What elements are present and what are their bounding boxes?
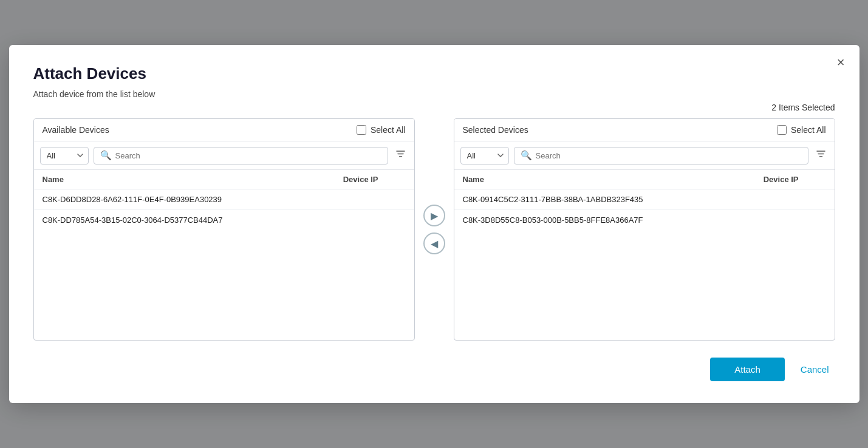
right-arrow-icon: ▶ [431,210,438,222]
available-search-icon: 🔍 [100,150,112,161]
device-name: C8K-0914C5C2-3111-7BBB-38BA-1ABDB323F435 [454,189,755,210]
device-name: C8K-DD785A54-3B15-02C0-3064-D5377CB44DA7 [34,210,335,231]
selected-filter-icon [816,149,826,159]
device-ip [335,210,414,231]
available-panel-body: Name Device IP C8K-D6DD8D28-6A62-111F-0E… [34,170,414,340]
modal-title: Attach Devices [33,64,835,83]
items-selected-row: 2 Items Selected [33,103,835,112]
selected-filter-icon-button[interactable] [813,146,829,165]
left-arrow-icon: ◀ [431,238,438,249]
modal-footer: Attach Cancel [33,358,835,381]
available-filter-select[interactable]: All [40,147,89,165]
selected-select-all-row: Select All [777,125,826,135]
device-name: C8K-3D8D55C8-B053-000B-5BB5-8FFE8A366A7F [454,210,755,231]
panels-row: Available Devices Select All All 🔍 [33,118,835,341]
available-select-all-label[interactable]: Select All [371,125,406,135]
table-row[interactable]: C8K-DD785A54-3B15-02C0-3064-D5377CB44DA7 [34,210,414,231]
items-selected-label: 2 Items Selected [771,103,835,112]
selected-select-all-label[interactable]: Select All [791,125,826,135]
selected-col-device-ip: Device IP [755,170,835,189]
table-row[interactable]: C8K-3D8D55C8-B053-000B-5BB5-8FFE8A366A7F [454,210,835,231]
available-col-device-ip: Device IP [335,170,414,189]
device-ip [755,210,835,231]
available-search-input[interactable] [115,148,381,164]
available-panel-title: Available Devices [43,125,109,135]
available-panel-header: Available Devices Select All [34,119,414,141]
available-filter-row: All 🔍 [34,141,414,170]
selected-search-input[interactable] [536,148,802,164]
selected-panel-title: Selected Devices [463,125,528,135]
selected-panel-body: Name Device IP C8K-0914C5C2-3111-7BBB-38… [454,170,835,340]
device-ip [755,189,835,210]
selected-search-icon: 🔍 [521,150,532,161]
modal-overlay: × Attach Devices Attach device from the … [0,0,868,448]
selected-devices-panel: Selected Devices Select All All 🔍 [454,118,835,341]
attach-devices-modal: × Attach Devices Attach device from the … [9,45,859,403]
available-select-all-row: Select All [357,125,406,135]
table-row[interactable]: C8K-0914C5C2-3111-7BBB-38BA-1ABDB323F435 [454,189,835,210]
available-select-all-checkbox[interactable] [357,125,366,135]
available-devices-panel: Available Devices Select All All 🔍 [33,118,415,341]
available-filter-icon-button[interactable] [393,146,408,165]
available-filter-icon [395,149,406,159]
modal-subtitle: Attach device from the list below [33,89,835,99]
available-col-name: Name [34,170,335,189]
transfer-controls: ▶ ◀ [415,205,454,254]
transfer-right-button[interactable]: ▶ [423,205,445,226]
device-ip [335,189,414,210]
device-name: C8K-D6DD8D28-6A62-111F-0E4F-0B939EA30239 [34,189,335,210]
cancel-button[interactable]: Cancel [795,358,835,381]
available-devices-table: Name Device IP C8K-D6DD8D28-6A62-111F-0E… [34,170,414,230]
available-search-box: 🔍 [94,147,388,165]
selected-select-all-checkbox[interactable] [777,125,787,135]
selected-col-name: Name [454,170,755,189]
selected-filter-select[interactable]: All [460,147,509,165]
selected-panel-header: Selected Devices Select All [454,119,835,141]
selected-search-box: 🔍 [514,147,808,165]
selected-filter-row: All 🔍 [454,141,835,170]
attach-button[interactable]: Attach [710,358,785,381]
selected-devices-table: Name Device IP C8K-0914C5C2-3111-7BBB-38… [454,170,835,230]
table-row[interactable]: C8K-D6DD8D28-6A62-111F-0E4F-0B939EA30239 [34,189,414,210]
transfer-left-button[interactable]: ◀ [423,232,445,254]
close-button[interactable]: × [837,56,845,69]
